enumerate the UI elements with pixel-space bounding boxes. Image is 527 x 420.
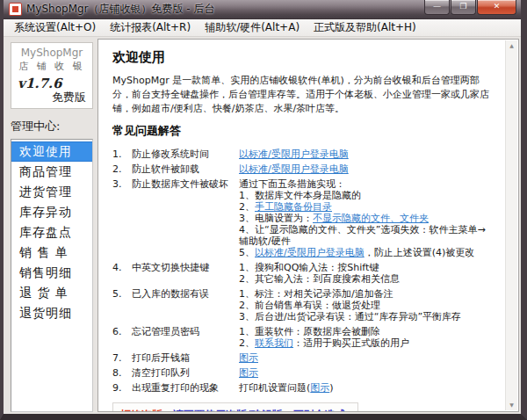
- faq-number: 2.: [112, 163, 132, 175]
- faq-answer-line: 2、联系我们：适用于购买正式版的用户: [239, 337, 492, 349]
- logo-subtitle: 店 铺 收 银: [14, 60, 90, 73]
- scroll-up-icon[interactable]: ▲: [506, 40, 517, 51]
- faq-answer-line: 1、标注：对相关记录添加/追加备注: [239, 288, 492, 300]
- faq-question: 出现重复打印的现象: [132, 382, 239, 394]
- edition-label: 免费版: [14, 90, 90, 105]
- sidebar-item-purchasing[interactable]: 进货管理: [11, 182, 92, 202]
- close-button[interactable]: ✕: [477, 0, 516, 15]
- faq-text: 4、让“显示隐藏的文件、文件夹”选项失效：软件主菜单→辅助软/硬件: [239, 224, 486, 247]
- faq-text: 3、电脑设置为：: [239, 213, 313, 224]
- faq-number: 1.: [112, 148, 132, 160]
- faq-number: 4.: [112, 262, 132, 285]
- faq-link[interactable]: 不显示隐藏的文件、文件夹: [313, 213, 429, 224]
- sidebar-item-return-order[interactable]: 退 货 单: [11, 283, 92, 303]
- faq-answer: 1、标注：对相关记录添加/追加备注2、前台销售单有误：做退货处理3、后台进/出货…: [239, 288, 492, 322]
- faq-answer-line: 3、电脑设置为：不显示隐藏的文件、文件夹: [239, 213, 492, 224]
- faq-item: 8.清空打印队列图示: [112, 367, 492, 379]
- menu-item-system-settings[interactable]: 系统设置(Alt+O): [7, 19, 103, 36]
- faq-answer-line: 2、其它输入法：到百度搜索相关信息: [239, 273, 492, 285]
- faq-item: 2.防止软件被卸载以标准/受限用户登录电脑: [112, 163, 492, 175]
- faq-answer-line: 图示: [239, 352, 492, 364]
- menu-item-aux-software-hardware[interactable]: 辅助软/硬件(Alt+A): [198, 19, 307, 36]
- faq-number: 5.: [112, 288, 132, 322]
- title-bar[interactable]: MyShopMgr（店铺收银）免费版 - 后台 — ❐ ✕: [4, 0, 521, 19]
- faq-link[interactable]: 图示: [239, 367, 258, 379]
- faq-link[interactable]: 图示: [310, 382, 329, 394]
- faq-item: 3.防止数据库文件被破坏通过下面五条措施实现：1、数据库文件本身是隐藏的2、手工…: [112, 178, 492, 258]
- faq-answer-line: 2、前台销售单有误：做退货处理: [239, 300, 492, 311]
- faq-link[interactable]: 以标准/受限用户登录电脑: [239, 148, 349, 160]
- page-title: 欢迎使用: [112, 49, 492, 66]
- faq-answer: 打印机设置问题(图示): [239, 382, 492, 394]
- faq-link[interactable]: 联系我们: [255, 337, 293, 349]
- management-center-label: 管理中心:: [11, 119, 93, 134]
- faq-item: 9.出现重复打印的现象打印机设置问题(图示): [112, 382, 492, 394]
- faq-number: 7.: [112, 352, 132, 364]
- maximize-button[interactable]: ❐: [451, 0, 476, 15]
- menu-item-full-version-help[interactable]: 正式版及帮助(Alt+H): [307, 19, 423, 36]
- faq-text: 1、数据库文件本身是隐藏的: [239, 190, 361, 201]
- faq-answer: 以标准/受限用户登录电脑: [239, 148, 492, 160]
- faq-answer-line: 打印机设置问题(图示): [239, 382, 492, 394]
- sidebar-item-products[interactable]: 商品管理: [11, 162, 92, 182]
- faq-item: 7.打印后开钱箱图示: [112, 352, 492, 364]
- sidebar-item-stock-change[interactable]: 库存异动: [11, 202, 92, 222]
- faq-answer: 1、重装软件：原数据库会被删除2、联系我们：适用于购买正式版的用户: [239, 326, 492, 349]
- faq-answer-line: 1、重装软件：原数据库会被删除: [239, 326, 492, 337]
- faq-text: 1、标注：对相关记录添加/追加备注: [239, 288, 393, 300]
- sidebar-item-sales-detail[interactable]: 销售明细: [11, 263, 92, 283]
- vertical-scrollbar[interactable]: ▲ ▼: [505, 40, 517, 410]
- app-window: MyShopMgr（店铺收银）免费版 - 后台 — ❐ ✕ 系统设置(Alt+O…: [0, 0, 527, 420]
- faq-number: 8.: [112, 367, 132, 379]
- faq-answer: 图示: [239, 352, 492, 364]
- faq-text: 通过下面五条措施实现：: [239, 178, 345, 190]
- faq-question: 防止修改系统时间: [132, 148, 239, 160]
- faq-item: 1.防止修改系统时间以标准/受限用户登录电脑: [112, 148, 492, 160]
- faq-answer-line: 图示: [239, 367, 492, 379]
- faq-answer-line: 以标准/受限用户登录电脑: [239, 148, 492, 160]
- window-title: MyShopMgr（店铺收银）免费版 - 后台: [26, 2, 215, 17]
- faq-number: 3.: [112, 178, 132, 258]
- faq-question: 已入库的数据有误: [132, 288, 239, 322]
- anti-piracy-warning: 拒绝盗版：请不要使用盗版/破解版，否则会造成数据丢失/遗漏、软件随机失效、统计不…: [112, 402, 358, 412]
- faq-answer-line: 1、数据库文件本身是隐藏的: [239, 190, 492, 201]
- faq-answer-line: 1、搜狗和QQ输入法：按Shift键: [239, 262, 492, 273]
- faq-text: 2、: [239, 337, 255, 349]
- faq-text: ，防止上述设置(4)被更改: [365, 247, 475, 258]
- faq-text: 3、后台进/出货记录有误：通过“库存异动”平衡库存: [239, 311, 461, 322]
- app-body: MyShopMgr 店 铺 收 银 v1.7.6 免费版 管理中心: 欢迎使用商…: [4, 37, 521, 414]
- sidebar-item-stocktaking[interactable]: 库存盘点: [11, 222, 92, 243]
- scroll-down-icon[interactable]: ▼: [506, 400, 517, 410]
- faq-link[interactable]: 图示: [239, 352, 258, 364]
- warning-label: 拒绝盗版：: [120, 409, 173, 412]
- faq-section-title: 常见问题解答: [112, 123, 492, 139]
- faq-question: 防止数据库文件被破坏: [132, 178, 239, 258]
- window-controls: — ❐ ✕: [423, 0, 516, 15]
- intro-paragraph: MyShopMgr 是一款简单、实用的店铺收银软件(单机)，分为前台收银和后台管…: [112, 74, 492, 116]
- faq-link[interactable]: 以标准/受限用户登录电脑: [255, 247, 365, 258]
- faq-text: 2、其它输入法：到百度搜索相关信息: [239, 273, 400, 285]
- faq-item: 6.忘记管理员密码1、重装软件：原数据库会被删除2、联系我们：适用于购买正式版的…: [112, 326, 492, 349]
- sidebar-item-sales-order[interactable]: 销 售 单: [11, 243, 92, 263]
- faq-link[interactable]: 以标准/受限用户登录电脑: [239, 163, 349, 175]
- sidebar-nav: 欢迎使用商品管理进货管理库存异动库存盘点销 售 单销售明细退 货 单退货明细: [11, 139, 93, 412]
- faq-item: 4.中英文切换快捷键1、搜狗和QQ输入法：按Shift键2、其它输入法：到百度搜…: [112, 262, 492, 285]
- faq-answer-line: 以标准/受限用户登录电脑: [239, 163, 492, 175]
- faq-question: 防止软件被卸载: [132, 163, 239, 175]
- sidebar: MyShopMgr 店 铺 收 银 v1.7.6 免费版 管理中心: 欢迎使用商…: [4, 39, 95, 412]
- sidebar-item-return-detail[interactable]: 退货明细: [11, 303, 92, 323]
- faq-question: 清空打印队列: [132, 367, 239, 379]
- faq-item: 5.已入库的数据有误1、标注：对相关记录添加/追加备注2、前台销售单有误：做退货…: [112, 288, 492, 322]
- faq-answer: 1、搜狗和QQ输入法：按Shift键2、其它输入法：到百度搜索相关信息: [239, 262, 492, 285]
- faq-text: ：适用于购买正式版的用户: [293, 337, 409, 349]
- app-logo: MyShopMgr 店 铺 收 银 v1.7.6 免费版: [11, 42, 93, 109]
- menu-item-statistics-report[interactable]: 统计报表(Alt+R): [103, 19, 198, 36]
- faq-link[interactable]: 手工隐藏备份目录: [255, 201, 332, 213]
- sidebar-item-welcome[interactable]: 欢迎使用: [11, 141, 92, 162]
- minimize-button[interactable]: —: [424, 0, 450, 15]
- faq-list: 1.防止修改系统时间以标准/受限用户登录电脑2.防止软件被卸载以标准/受限用户登…: [111, 148, 492, 394]
- faq-text: 2、: [239, 201, 255, 213]
- faq-answer-line: 3、后台进/出货记录有误：通过“库存异动”平衡库存: [239, 311, 492, 322]
- faq-question: 中英文切换快捷键: [132, 262, 239, 285]
- faq-answer-line: 通过下面五条措施实现：: [239, 178, 492, 190]
